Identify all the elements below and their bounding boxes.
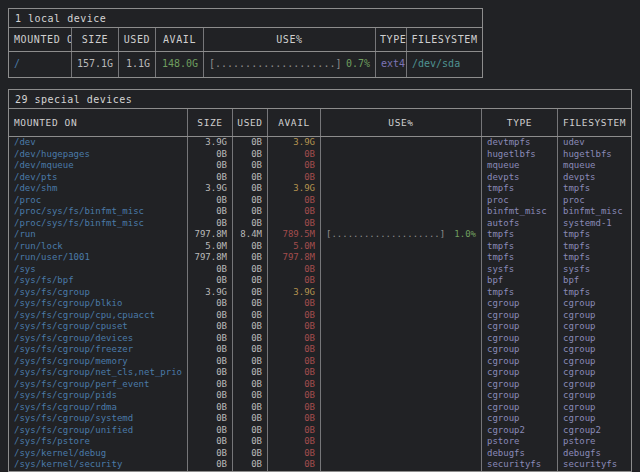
type-cell: hugetlbfs [482,149,558,161]
size-cell: 157.1G [72,52,119,77]
table-row: /sys/fs/cgroup/freezer0B0B0Bcgroupcgroup [9,344,631,356]
usage-bar-cell [321,264,482,276]
used-cell: 0B [233,241,268,253]
avail-cell: 797.8M [268,252,321,264]
header-filesystem: FILESYSTEM [407,28,482,51]
mount-point-cell: /sys/fs/cgroup/rdma [9,402,188,414]
table-row: /sys/fs/cgroup/perf_event0B0B0Bcgroupcgr… [9,379,631,391]
avail-cell: 3.9G [268,137,321,149]
filesystem-cell: cgroup [558,402,631,414]
size-cell: 0B [188,195,233,207]
type-cell: securityfs [482,459,558,471]
header-size: SIZE [188,109,233,136]
usage-bar-cell [321,160,482,172]
avail-cell: 0B [268,425,321,437]
used-cell: 0B [233,137,268,149]
avail-cell: 148.0G [156,52,204,77]
header-use-percent: USE% [204,28,376,51]
table-row: /run/user/1001797.8M0B797.8Mtmpfstmpfs [9,252,631,264]
usage-bar-cell [321,344,482,356]
filesystem-cell: pstore [558,436,631,448]
type-cell: pstore [482,436,558,448]
used-cell: 0B [233,344,268,356]
type-cell: tmpfs [482,183,558,195]
table-row: /run797.8M8.4M789.5M[...................… [9,229,631,241]
type-cell: tmpfs [482,241,558,253]
size-cell: 0B [188,149,233,161]
usage-bar-cell [321,402,482,414]
avail-cell: 3.9G [268,183,321,195]
special-devices-table: 29 special devices MOUNTED ON SIZE USED … [8,89,632,472]
mount-point-cell: /dev/hugepages [9,149,188,161]
avail-cell: 0B [268,402,321,414]
type-cell: cgroup [482,413,558,425]
filesystem-cell: cgroup [558,390,631,402]
table-row: /sys0B0B0Bsysfssysfs [9,264,631,276]
mount-point-cell: /sys/fs/cgroup/freezer [9,344,188,356]
mount-point-cell: /dev/mqueue [9,160,188,172]
filesystem-cell: securityfs [558,459,631,471]
used-cell: 0B [233,149,268,161]
size-cell: 0B [188,344,233,356]
mount-point-cell: /proc [9,195,188,207]
usage-bar-cell: [....................]1.0% [321,229,482,241]
avail-cell: 0B [268,356,321,368]
avail-cell: 0B [268,160,321,172]
local-devices-title: 1 local device [9,9,482,28]
filesystem-cell: tmpfs [558,241,631,253]
used-cell: 0B [233,183,268,195]
type-cell: cgroup [482,321,558,333]
filesystem-cell: sysfs [558,264,631,276]
used-cell: 0B [233,448,268,460]
filesystem-cell: cgroup [558,310,631,322]
avail-cell: 0B [268,448,321,460]
type-cell: autofs [482,218,558,230]
filesystem-cell: devpts [558,172,631,184]
table-row: /sys/fs/cgroup/devices0B0B0Bcgroupcgroup [9,333,631,345]
table-row: /proc/sys/fs/binfmt_misc0B0B0Bbinfmt_mis… [9,206,631,218]
mount-point-cell: /sys/fs/cgroup/pids [9,390,188,402]
size-cell: 0B [188,425,233,437]
filesystem-cell: tmpfs [558,229,631,241]
usage-bar-cell [321,459,482,471]
size-cell: 3.9G [188,137,233,149]
usage-bar-cell [321,252,482,264]
mount-point-cell: /run/lock [9,241,188,253]
usage-bar-cell: [....................]0.7% [204,52,376,77]
header-type: TYPE [376,28,407,51]
header-size: SIZE [72,28,119,51]
table-row: /run/lock5.0M0B5.0Mtmpfstmpfs [9,241,631,253]
avail-cell: 0B [268,459,321,471]
table-row: /sys/fs/cgroup/systemd0B0B0Bcgroupcgroup [9,413,631,425]
avail-cell: 0B [268,436,321,448]
size-cell: 0B [188,160,233,172]
size-cell: 0B [188,413,233,425]
usage-bar-cell [321,218,482,230]
usage-bar-cell [321,436,482,448]
avail-cell: 0B [268,310,321,322]
used-cell: 0B [233,367,268,379]
type-cell: proc [482,195,558,207]
avail-cell: 3.9G [268,287,321,299]
size-cell: 5.0M [188,241,233,253]
avail-cell: 789.5M [268,229,321,241]
used-cell: 0B [233,287,268,299]
usage-bar-cell [321,356,482,368]
avail-cell: 0B [268,149,321,161]
table-row: /dev/pts0B0B0Bdevptsdevpts [9,172,631,184]
avail-cell: 0B [268,321,321,333]
table-row: /dev/mqueue0B0B0Bmqueuemqueue [9,160,631,172]
local-devices-header-row: MOUNTED ON SIZE USED AVAIL USE% TYPE FIL… [9,28,482,52]
type-cell: cgroup [482,333,558,345]
mount-point-cell: /sys/fs/cgroup/perf_event [9,379,188,391]
size-cell: 0B [188,436,233,448]
size-cell: 0B [188,310,233,322]
used-cell: 0B [233,310,268,322]
used-cell: 1.1G [119,52,156,77]
usage-bar-cell [321,149,482,161]
usage-bar-cell [321,137,482,149]
avail-cell: 0B [268,367,321,379]
size-cell: 797.8M [188,229,233,241]
used-cell: 0B [233,218,268,230]
size-cell: 0B [188,264,233,276]
